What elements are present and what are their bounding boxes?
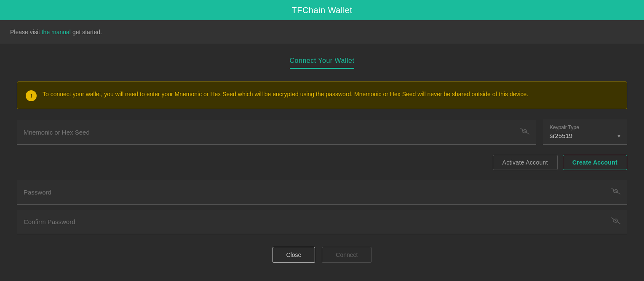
- confirm-password-field-wrapper: [17, 210, 627, 234]
- mnemonic-field-wrapper: [17, 120, 536, 145]
- app-header: TFChain Wallet: [0, 0, 644, 20]
- keypair-type-wrapper: Keypair Type sr25519 ▾: [543, 119, 627, 145]
- info-text-suffix: get started.: [72, 29, 102, 35]
- activate-account-button[interactable]: Activate Account: [493, 155, 558, 170]
- manual-link[interactable]: the manual: [42, 29, 71, 35]
- bottom-buttons-row: Close Connect: [17, 247, 627, 263]
- connect-button[interactable]: Connect: [322, 247, 371, 263]
- keypair-chevron-icon: ▾: [617, 132, 620, 139]
- warning-box: ! To connect your wallet, you will need …: [17, 81, 627, 109]
- tab-container: Connect Your Wallet: [17, 57, 627, 69]
- account-buttons-row: Activate Account Create Account: [17, 155, 627, 170]
- main-content: Connect Your Wallet ! To connect your wa…: [0, 44, 644, 276]
- password-input[interactable]: [24, 189, 611, 196]
- mnemonic-visibility-toggle[interactable]: [520, 128, 529, 137]
- keypair-select[interactable]: sr25519 ▾: [550, 132, 620, 139]
- keypair-label: Keypair Type: [550, 124, 620, 130]
- mnemonic-row: Keypair Type sr25519 ▾: [17, 119, 627, 145]
- keypair-value: sr25519: [550, 132, 572, 139]
- password-visibility-toggle[interactable]: [611, 188, 620, 197]
- info-bar: Please visit the manual get started.: [0, 20, 644, 44]
- warning-icon: !: [26, 90, 37, 101]
- info-text-prefix: Please visit: [10, 29, 42, 35]
- close-button[interactable]: Close: [273, 247, 315, 263]
- mnemonic-input[interactable]: [24, 129, 520, 136]
- tab-connect-wallet[interactable]: Connect Your Wallet: [290, 57, 355, 69]
- password-field-wrapper: [17, 180, 627, 205]
- create-account-button[interactable]: Create Account: [563, 155, 627, 170]
- confirm-password-visibility-toggle[interactable]: [611, 217, 620, 226]
- warning-text: To connect your wallet, you will need to…: [43, 89, 528, 99]
- app-title: TFChain Wallet: [291, 5, 352, 15]
- confirm-password-input[interactable]: [24, 218, 611, 225]
